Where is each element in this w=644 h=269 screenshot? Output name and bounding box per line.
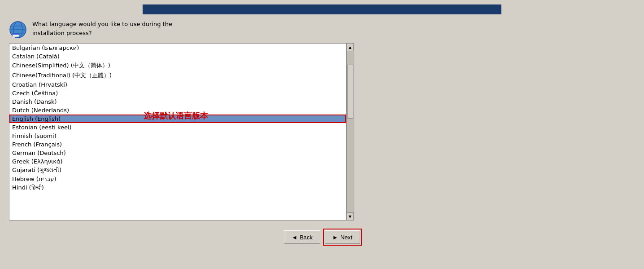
svg-rect-6 (13, 33, 19, 35)
scrollbar-down-button[interactable]: ▼ (347, 212, 354, 220)
language-list-item[interactable]: Dutch (Nederlands) (9, 106, 346, 115)
main-content: Bulgarian (Български)Catalan (Català)Chi… (0, 43, 644, 220)
back-button-label: Back (300, 234, 313, 241)
language-list-item[interactable]: Greek (Ελληνικά) (9, 157, 346, 166)
language-list-item[interactable]: Croatian (Hrvatski) (9, 80, 346, 89)
back-arrow-icon: ◄ (292, 234, 297, 241)
language-list-item[interactable]: Hebrew (עברית) (9, 175, 346, 183)
language-list-item[interactable]: Czech (Čeština) (9, 89, 346, 97)
language-list-item[interactable]: Catalan (Català) (9, 52, 346, 61)
next-button-wrapper: ► Next (325, 230, 360, 244)
language-list-item[interactable]: Estonian (eesti keel) (9, 123, 346, 132)
next-arrow-icon: ► (332, 234, 338, 241)
scrollbar-up-button[interactable]: ▲ (347, 44, 354, 51)
globe-icon (9, 21, 27, 39)
language-list-item[interactable]: Danish (Dansk) (9, 97, 346, 106)
language-list-item[interactable]: French (Français) (9, 140, 346, 149)
language-list-item[interactable]: Bulgarian (Български) (9, 44, 346, 52)
back-button[interactable]: ◄ Back (284, 230, 320, 244)
language-list-item[interactable]: Gujarati (ગુજરાતી) (9, 166, 346, 175)
top-bar (143, 4, 501, 14)
language-list-item[interactable]: Finnish (suomi) (9, 132, 346, 140)
header-text: What language would you like to use duri… (32, 20, 172, 37)
next-button[interactable]: ► Next (325, 230, 360, 244)
scrollbar-track (347, 51, 354, 212)
scrollbar[interactable]: ▲ ▼ (346, 44, 354, 220)
language-list-item[interactable]: Chinese(Simplified) (中文（简体）) (9, 61, 346, 71)
footer-section: ◄ Back ► Next (0, 222, 644, 252)
language-list-item[interactable]: English (English) (9, 115, 346, 123)
language-list[interactable]: Bulgarian (Български)Catalan (Català)Chi… (9, 44, 346, 220)
scrollbar-thumb[interactable] (347, 65, 353, 119)
next-button-label: Next (340, 234, 352, 241)
header-section: What language would you like to use duri… (0, 14, 644, 43)
language-list-item[interactable]: Chinese(Traditional) (中文（正體）) (9, 71, 346, 80)
language-list-container[interactable]: Bulgarian (Български)Catalan (Català)Chi… (9, 43, 354, 220)
language-list-item[interactable]: German (Deutsch) (9, 149, 346, 157)
language-list-item[interactable]: Hindi (हिन्दी) (9, 183, 346, 192)
